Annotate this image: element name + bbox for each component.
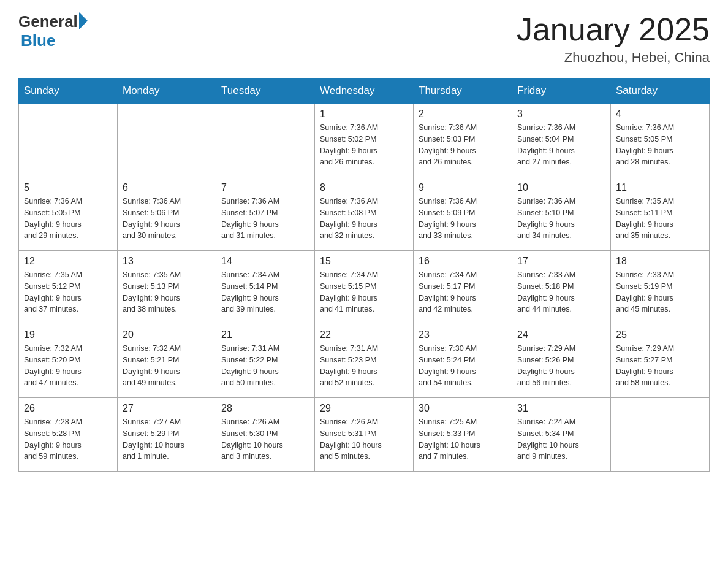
day-number: 20 bbox=[123, 329, 211, 340]
calendar-day-cell: 21Sunrise: 7:31 AM Sunset: 5:22 PM Dayli… bbox=[216, 324, 315, 398]
day-number: 14 bbox=[221, 256, 309, 267]
calendar-day-cell: 10Sunrise: 7:36 AM Sunset: 5:10 PM Dayli… bbox=[512, 177, 611, 251]
day-number: 31 bbox=[517, 403, 605, 414]
day-number: 29 bbox=[320, 403, 408, 414]
calendar-day-cell: 17Sunrise: 7:33 AM Sunset: 5:18 PM Dayli… bbox=[512, 251, 611, 324]
day-of-week-header: Monday bbox=[118, 79, 216, 104]
logo-blue-text: Blue bbox=[21, 31, 88, 50]
day-info: Sunrise: 7:31 AM Sunset: 5:23 PM Dayligh… bbox=[320, 343, 408, 389]
calendar-day-cell: 5Sunrise: 7:36 AM Sunset: 5:05 PM Daylig… bbox=[19, 177, 118, 251]
calendar-day-cell: 27Sunrise: 7:27 AM Sunset: 5:29 PM Dayli… bbox=[118, 398, 216, 472]
day-info: Sunrise: 7:35 AM Sunset: 5:12 PM Dayligh… bbox=[24, 269, 112, 315]
day-info: Sunrise: 7:26 AM Sunset: 5:30 PM Dayligh… bbox=[221, 416, 309, 462]
calendar-day-cell bbox=[19, 104, 118, 177]
day-number: 4 bbox=[616, 109, 704, 120]
calendar-day-cell bbox=[118, 104, 216, 177]
calendar-day-cell: 3Sunrise: 7:36 AM Sunset: 5:04 PM Daylig… bbox=[512, 104, 611, 177]
day-info: Sunrise: 7:36 AM Sunset: 5:05 PM Dayligh… bbox=[24, 196, 112, 242]
day-info: Sunrise: 7:30 AM Sunset: 5:24 PM Dayligh… bbox=[419, 343, 507, 389]
calendar-day-cell: 15Sunrise: 7:34 AM Sunset: 5:15 PM Dayli… bbox=[315, 251, 414, 324]
day-info: Sunrise: 7:36 AM Sunset: 5:08 PM Dayligh… bbox=[320, 196, 408, 242]
day-info: Sunrise: 7:36 AM Sunset: 5:06 PM Dayligh… bbox=[123, 196, 211, 242]
day-number: 7 bbox=[221, 182, 309, 193]
title-block: January 2025 Zhuozhou, Hebei, China bbox=[517, 12, 710, 66]
day-number: 25 bbox=[616, 329, 704, 340]
day-number: 21 bbox=[221, 329, 309, 340]
page-header: General Blue January 2025 Zhuozhou, Hebe… bbox=[18, 12, 710, 66]
day-number: 30 bbox=[419, 403, 507, 414]
calendar-day-cell: 7Sunrise: 7:36 AM Sunset: 5:07 PM Daylig… bbox=[216, 177, 315, 251]
calendar-day-cell: 26Sunrise: 7:28 AM Sunset: 5:28 PM Dayli… bbox=[19, 398, 118, 472]
day-number: 11 bbox=[616, 182, 704, 193]
calendar-day-cell: 6Sunrise: 7:36 AM Sunset: 5:06 PM Daylig… bbox=[118, 177, 216, 251]
calendar-week-row: 1Sunrise: 7:36 AM Sunset: 5:02 PM Daylig… bbox=[19, 104, 710, 177]
calendar-day-cell: 2Sunrise: 7:36 AM Sunset: 5:03 PM Daylig… bbox=[414, 104, 512, 177]
calendar-day-cell: 29Sunrise: 7:26 AM Sunset: 5:31 PM Dayli… bbox=[315, 398, 414, 472]
day-info: Sunrise: 7:25 AM Sunset: 5:33 PM Dayligh… bbox=[419, 416, 507, 462]
day-info: Sunrise: 7:34 AM Sunset: 5:17 PM Dayligh… bbox=[419, 269, 507, 315]
day-of-week-header: Tuesday bbox=[216, 79, 315, 104]
day-number: 8 bbox=[320, 182, 408, 193]
day-info: Sunrise: 7:36 AM Sunset: 5:03 PM Dayligh… bbox=[419, 122, 507, 168]
calendar-day-cell: 16Sunrise: 7:34 AM Sunset: 5:17 PM Dayli… bbox=[414, 251, 512, 324]
calendar-day-cell bbox=[611, 398, 710, 472]
calendar-day-cell: 18Sunrise: 7:33 AM Sunset: 5:19 PM Dayli… bbox=[611, 251, 710, 324]
day-info: Sunrise: 7:33 AM Sunset: 5:19 PM Dayligh… bbox=[616, 269, 704, 315]
day-of-week-header: Sunday bbox=[19, 79, 118, 104]
day-info: Sunrise: 7:26 AM Sunset: 5:31 PM Dayligh… bbox=[320, 416, 408, 462]
day-number: 17 bbox=[517, 256, 605, 267]
calendar-day-cell: 1Sunrise: 7:36 AM Sunset: 5:02 PM Daylig… bbox=[315, 104, 414, 177]
day-info: Sunrise: 7:31 AM Sunset: 5:22 PM Dayligh… bbox=[221, 343, 309, 389]
day-number: 3 bbox=[517, 109, 605, 120]
day-number: 18 bbox=[616, 256, 704, 267]
location-text: Zhuozhou, Hebei, China bbox=[517, 50, 710, 66]
day-number: 27 bbox=[123, 403, 211, 414]
calendar-day-cell: 23Sunrise: 7:30 AM Sunset: 5:24 PM Dayli… bbox=[414, 324, 512, 398]
calendar-day-cell: 4Sunrise: 7:36 AM Sunset: 5:05 PM Daylig… bbox=[611, 104, 710, 177]
day-number: 26 bbox=[24, 403, 112, 414]
calendar-week-row: 5Sunrise: 7:36 AM Sunset: 5:05 PM Daylig… bbox=[19, 177, 710, 251]
day-number: 23 bbox=[419, 329, 507, 340]
day-info: Sunrise: 7:36 AM Sunset: 5:04 PM Dayligh… bbox=[517, 122, 605, 168]
day-number: 15 bbox=[320, 256, 408, 267]
day-of-week-header: Saturday bbox=[611, 79, 710, 104]
calendar-day-cell bbox=[216, 104, 315, 177]
day-info: Sunrise: 7:35 AM Sunset: 5:13 PM Dayligh… bbox=[123, 269, 211, 315]
day-of-week-header: Friday bbox=[512, 79, 611, 104]
day-number: 1 bbox=[320, 109, 408, 120]
calendar-day-cell: 20Sunrise: 7:32 AM Sunset: 5:21 PM Dayli… bbox=[118, 324, 216, 398]
day-info: Sunrise: 7:32 AM Sunset: 5:20 PM Dayligh… bbox=[24, 343, 112, 389]
calendar-day-cell: 24Sunrise: 7:29 AM Sunset: 5:26 PM Dayli… bbox=[512, 324, 611, 398]
day-number: 19 bbox=[24, 329, 112, 340]
calendar-day-cell: 8Sunrise: 7:36 AM Sunset: 5:08 PM Daylig… bbox=[315, 177, 414, 251]
logo-triangle-icon bbox=[79, 12, 88, 29]
calendar-week-row: 19Sunrise: 7:32 AM Sunset: 5:20 PM Dayli… bbox=[19, 324, 710, 398]
day-info: Sunrise: 7:27 AM Sunset: 5:29 PM Dayligh… bbox=[123, 416, 211, 462]
calendar-week-row: 12Sunrise: 7:35 AM Sunset: 5:12 PM Dayli… bbox=[19, 251, 710, 324]
day-info: Sunrise: 7:36 AM Sunset: 5:10 PM Dayligh… bbox=[517, 196, 605, 242]
day-number: 16 bbox=[419, 256, 507, 267]
day-info: Sunrise: 7:34 AM Sunset: 5:14 PM Dayligh… bbox=[221, 269, 309, 315]
calendar-day-cell: 13Sunrise: 7:35 AM Sunset: 5:13 PM Dayli… bbox=[118, 251, 216, 324]
calendar-day-cell: 25Sunrise: 7:29 AM Sunset: 5:27 PM Dayli… bbox=[611, 324, 710, 398]
day-of-week-header: Thursday bbox=[414, 79, 512, 104]
calendar-header: SundayMondayTuesdayWednesdayThursdayFrid… bbox=[19, 79, 710, 104]
day-number: 6 bbox=[123, 182, 211, 193]
calendar-day-cell: 31Sunrise: 7:24 AM Sunset: 5:34 PM Dayli… bbox=[512, 398, 611, 472]
calendar-body: 1Sunrise: 7:36 AM Sunset: 5:02 PM Daylig… bbox=[19, 104, 710, 472]
day-info: Sunrise: 7:36 AM Sunset: 5:02 PM Dayligh… bbox=[320, 122, 408, 168]
day-of-week-header: Wednesday bbox=[315, 79, 414, 104]
day-info: Sunrise: 7:29 AM Sunset: 5:27 PM Dayligh… bbox=[616, 343, 704, 389]
day-number: 28 bbox=[221, 403, 309, 414]
day-number: 22 bbox=[320, 329, 408, 340]
day-number: 12 bbox=[24, 256, 112, 267]
calendar-day-cell: 11Sunrise: 7:35 AM Sunset: 5:11 PM Dayli… bbox=[611, 177, 710, 251]
month-title: January 2025 bbox=[517, 12, 710, 47]
day-info: Sunrise: 7:36 AM Sunset: 5:05 PM Dayligh… bbox=[616, 122, 704, 168]
header-row: SundayMondayTuesdayWednesdayThursdayFrid… bbox=[19, 79, 710, 104]
day-number: 5 bbox=[24, 182, 112, 193]
calendar-day-cell: 9Sunrise: 7:36 AM Sunset: 5:09 PM Daylig… bbox=[414, 177, 512, 251]
day-info: Sunrise: 7:32 AM Sunset: 5:21 PM Dayligh… bbox=[123, 343, 211, 389]
calendar-day-cell: 28Sunrise: 7:26 AM Sunset: 5:30 PM Dayli… bbox=[216, 398, 315, 472]
calendar-day-cell: 22Sunrise: 7:31 AM Sunset: 5:23 PM Dayli… bbox=[315, 324, 414, 398]
